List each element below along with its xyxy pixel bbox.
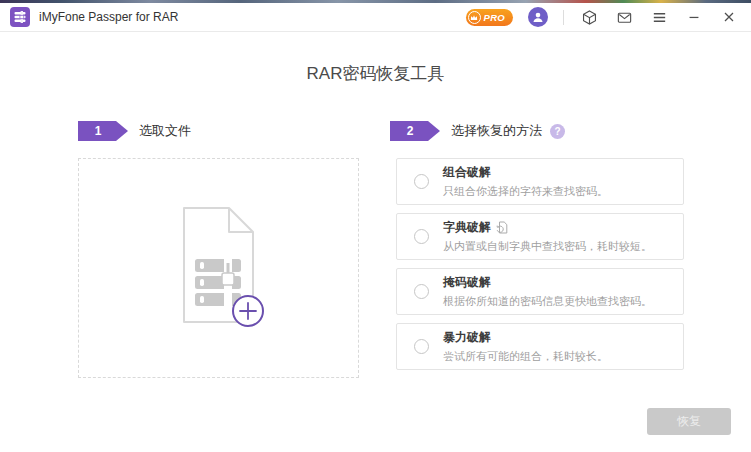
dictionary-settings-icon[interactable] — [496, 221, 508, 234]
titlebar: iMyFone Passper for RAR PRO — [0, 3, 751, 32]
app-window: iMyFone Passper for RAR PRO — [0, 0, 751, 452]
step2-badge: 2 — [390, 121, 440, 141]
pro-badge[interactable]: PRO — [466, 9, 514, 26]
method-dictionary-attack[interactable]: 字典破解 从内置或自制字典中查找密码，耗时较短。 — [396, 213, 684, 260]
method-description: 根据你所知道的密码信息更快地查找密码。 — [443, 294, 652, 309]
mail-icon[interactable] — [614, 7, 634, 27]
method-title: 组合破解 — [443, 164, 491, 181]
method-bruteforce-attack[interactable]: 暴力破解 尝试所有可能的组合，耗时较长。 — [396, 323, 684, 370]
help-icon[interactable]: ? — [550, 124, 565, 139]
method-description: 只组合你选择的字符来查找密码。 — [443, 184, 608, 199]
close-button[interactable] — [719, 7, 739, 27]
step2-label: 选择恢复的方法 — [451, 122, 542, 140]
product-box-icon[interactable] — [579, 7, 599, 27]
step1-header: 1 选取文件 — [78, 121, 191, 141]
recover-button[interactable]: 恢复 — [647, 408, 731, 435]
step1-label: 选取文件 — [139, 122, 191, 140]
file-drop-zone[interactable] — [78, 158, 359, 378]
radio-combination-attack[interactable] — [414, 174, 429, 189]
method-mask-attack[interactable]: 掩码破解 根据你所知道的密码信息更快地查找密码。 — [396, 268, 684, 315]
page-title: RAR密码恢复工具 — [0, 62, 751, 85]
step1-badge: 1 — [78, 121, 128, 141]
method-description: 尝试所有可能的组合，耗时较长。 — [443, 349, 608, 364]
rar-file-icon[interactable] — [168, 203, 270, 337]
minimize-button[interactable] — [684, 7, 704, 27]
radio-bruteforce-attack[interactable] — [414, 339, 429, 354]
pro-label: PRO — [484, 12, 506, 23]
radio-dictionary-attack[interactable] — [414, 229, 429, 244]
window-title: iMyFone Passper for RAR — [39, 10, 178, 24]
titlebar-divider — [563, 10, 564, 25]
method-title: 暴力破解 — [443, 329, 491, 346]
recovery-method-list: 组合破解 只组合你选择的字符来查找密码。 字典破解 — [396, 158, 684, 378]
step2-header: 2 选择恢复的方法 ? — [390, 121, 565, 141]
app-logo-icon — [10, 7, 30, 27]
account-icon[interactable] — [528, 7, 548, 27]
method-title: 掩码破解 — [443, 274, 491, 291]
radio-mask-attack[interactable] — [414, 284, 429, 299]
method-title: 字典破解 — [443, 219, 491, 236]
method-description: 从内置或自制字典中查找密码，耗时较短。 — [443, 239, 652, 254]
method-combination-attack[interactable]: 组合破解 只组合你选择的字符来查找密码。 — [396, 158, 684, 205]
menu-icon[interactable] — [649, 7, 669, 27]
crown-icon — [468, 11, 481, 24]
